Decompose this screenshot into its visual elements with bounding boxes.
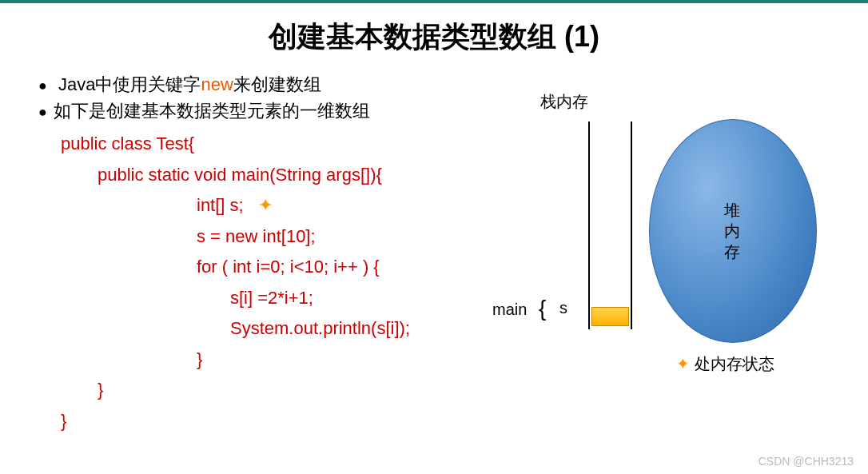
keyword-new: new — [201, 74, 233, 94]
legend-text: 处内存状态 — [695, 355, 774, 372]
bullet1-text-before: Java中使用关键字 — [58, 74, 201, 94]
legend: ✦处内存状态 — [676, 353, 774, 375]
bullet1-text-after: 来创建数组 — [233, 74, 321, 94]
brace-icon: { — [539, 296, 546, 321]
stack-border-right — [631, 121, 632, 329]
heap-label: 堆内存 — [724, 200, 742, 262]
main-label: main — [492, 301, 527, 319]
code-int-decl: int[] s; — [197, 195, 244, 215]
stack-container — [588, 121, 632, 329]
star-icon: ✦ — [258, 190, 273, 221]
watermark-csdn: CSDN @CHH3213 — [759, 455, 854, 468]
memory-diagram: 栈内存 main { s 堆内存 ✦处内存状态 — [500, 91, 844, 395]
page-title: 创建基本数据类型数组 (1) — [0, 18, 868, 57]
legend-star-icon: ✦ — [676, 355, 690, 372]
stack-border-left — [588, 121, 590, 329]
var-s-label: s — [559, 299, 567, 317]
heap-oval: 堆内存 — [649, 119, 817, 343]
stack-label: 栈内存 — [540, 91, 588, 113]
stack-var-box — [591, 307, 629, 326]
code-line-10: } — [61, 406, 868, 437]
